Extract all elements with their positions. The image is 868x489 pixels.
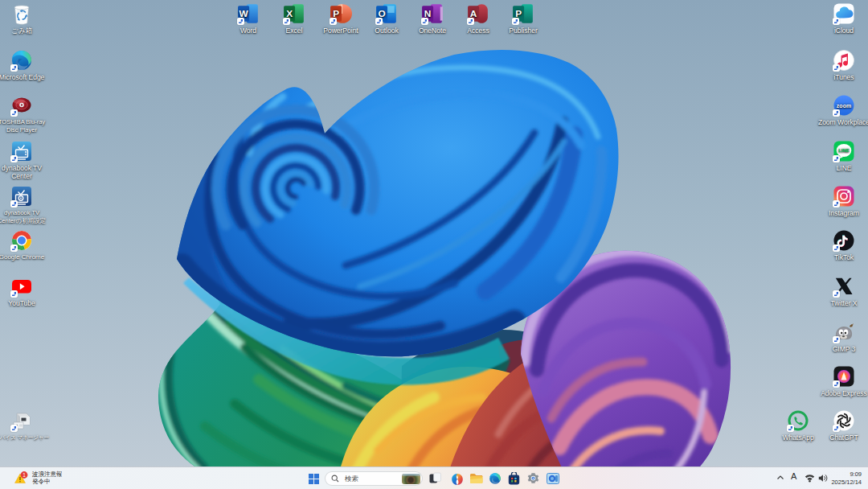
svg-text:LINE: LINE — [838, 148, 850, 153]
svg-text:1: 1 — [23, 472, 26, 478]
svg-text:zoom: zoom — [837, 103, 851, 109]
